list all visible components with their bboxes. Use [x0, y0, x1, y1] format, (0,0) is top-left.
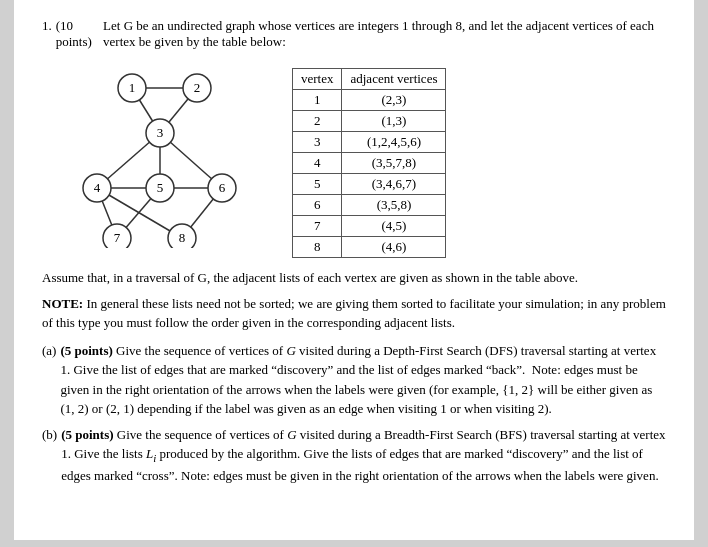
graph-node-label: 6: [219, 180, 226, 195]
part-b-text: (5 points) Give the sequence of vertices…: [61, 425, 666, 486]
graph-node-label: 7: [114, 230, 121, 245]
table-cell: 4: [293, 153, 342, 174]
table-cell: (4,5): [342, 216, 446, 237]
adjacency-table: vertexadjacent vertices1(2,3)2(1,3)3(1,2…: [292, 68, 446, 258]
part-a-text: (5 points) Give the sequence of vertices…: [60, 341, 666, 419]
table-cell: (3,5,7,8): [342, 153, 446, 174]
table-row: 6(3,5,8): [293, 195, 446, 216]
table-cell: 7: [293, 216, 342, 237]
table-cell: (1,3): [342, 111, 446, 132]
problem-number: 1.: [42, 18, 52, 50]
table-cell: 6: [293, 195, 342, 216]
table-row: 5(3,4,6,7): [293, 174, 446, 195]
table-header: adjacent vertices: [342, 69, 446, 90]
graph-node-label: 4: [94, 180, 101, 195]
table-cell: (2,3): [342, 90, 446, 111]
part-a: (a) (5 points) Give the sequence of vert…: [42, 341, 666, 419]
content-area: 12345678 vertexadjacent vertices1(2,3)2(…: [42, 58, 666, 258]
table-row: 1(2,3): [293, 90, 446, 111]
graph-area: 12345678: [42, 58, 282, 248]
problem-header: 1. (10 points) Let G be an undirected gr…: [42, 18, 666, 50]
parts: (a) (5 points) Give the sequence of vert…: [42, 341, 666, 486]
table-cell: (3,5,8): [342, 195, 446, 216]
table-cell: 3: [293, 132, 342, 153]
table-cell: 5: [293, 174, 342, 195]
graph-node-label: 8: [179, 230, 186, 245]
table-header: vertex: [293, 69, 342, 90]
graph-node: 3: [146, 119, 174, 147]
table-cell: 1: [293, 90, 342, 111]
graph-node: 7: [103, 224, 131, 248]
graph-node: 5: [146, 174, 174, 202]
problem-points: (10 points): [56, 18, 99, 50]
part-b-label: (b): [42, 425, 57, 486]
page: 1. (10 points) Let G be an undirected gr…: [14, 0, 694, 540]
graph-node-label: 5: [157, 180, 164, 195]
graph-node-label: 2: [194, 80, 201, 95]
table-cell: (1,2,4,5,6): [342, 132, 446, 153]
graph-node: 6: [208, 174, 236, 202]
graph-node-label: 1: [129, 80, 136, 95]
assume-text: Assume that, in a traversal of G, the ad…: [42, 268, 666, 288]
table-cell: (4,6): [342, 237, 446, 258]
table-cell: 8: [293, 237, 342, 258]
graph-node: 4: [83, 174, 111, 202]
table-area: vertexadjacent vertices1(2,3)2(1,3)3(1,2…: [292, 68, 446, 258]
graph-node: 8: [168, 224, 196, 248]
note-text: NOTE: In general these lists need not be…: [42, 294, 666, 333]
problem-statement: Let G be an undirected graph whose verti…: [103, 18, 666, 50]
graph-node: 2: [183, 74, 211, 102]
table-row: 2(1,3): [293, 111, 446, 132]
table-row: 7(4,5): [293, 216, 446, 237]
table-cell: 2: [293, 111, 342, 132]
table-cell: (3,4,6,7): [342, 174, 446, 195]
table-row: 3(1,2,4,5,6): [293, 132, 446, 153]
graph-node-label: 3: [157, 125, 164, 140]
part-a-label: (a): [42, 341, 56, 419]
graph-svg: 12345678: [42, 58, 282, 248]
part-b: (b) (5 points) Give the sequence of vert…: [42, 425, 666, 486]
table-row: 4(3,5,7,8): [293, 153, 446, 174]
table-row: 8(4,6): [293, 237, 446, 258]
graph-node: 1: [118, 74, 146, 102]
